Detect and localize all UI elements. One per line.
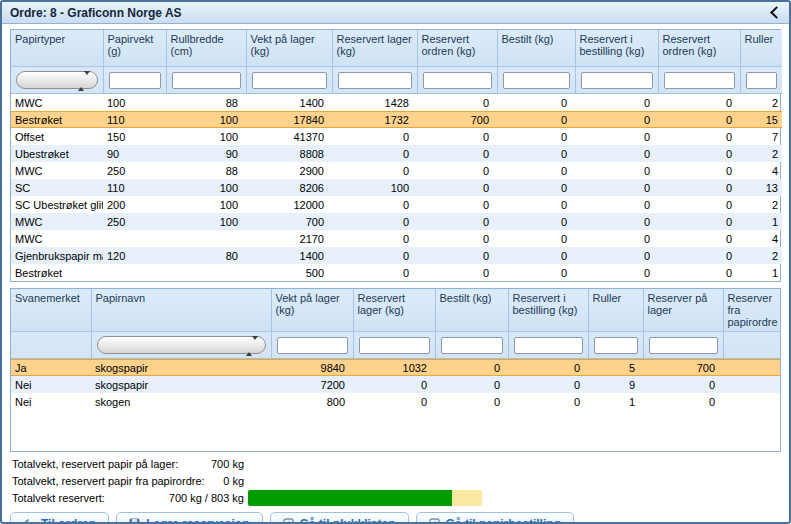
til-ordren-button[interactable]: Til ordren	[10, 512, 109, 524]
table-row[interactable]: Offset15010041370000007	[11, 128, 782, 145]
table-row[interactable]: Gjenbrukspapir matt120801400000002	[11, 247, 782, 264]
reservert-i-bestilling-filter-input[interactable]	[581, 72, 653, 89]
table-row[interactable]: Neiskogen80000010	[11, 393, 781, 410]
table-row[interactable]: Neiskogspapir720000090	[11, 376, 781, 393]
table-row[interactable]: Ubestrøket90908808000002	[11, 145, 782, 162]
summary-value: 700 kg / 803 kg	[169, 492, 244, 504]
column-header-ruller[interactable]: Ruller	[588, 289, 643, 332]
column-header-papirtyper[interactable]: Papirtyper	[11, 30, 103, 67]
summary-label: Totalvekt, reservert papir fra papirordr…	[12, 475, 205, 487]
column-header-reservert-i-bestilling[interactable]: Reservert i bestilling (kg)	[575, 30, 658, 67]
goto-page-icon	[429, 518, 440, 524]
reservert-i-bestilling-filter-input[interactable]	[514, 337, 583, 354]
header-row: Papirtyper Papirvekt (g) Rullbredde (cm)…	[11, 30, 782, 67]
column-header-papirvekt[interactable]: Papirvekt (g)	[103, 30, 166, 67]
goto-page-icon	[283, 518, 294, 524]
table-row[interactable]: MWC2170000004	[11, 230, 782, 247]
reservert-lager-filter-input[interactable]	[338, 72, 412, 89]
reservert-lager-filter-input[interactable]	[359, 337, 430, 354]
column-header-reservert-lager[interactable]: Reservert lager (kg)	[332, 30, 417, 67]
return-arrow-icon	[23, 518, 35, 524]
ga-til-papirbestilling-button[interactable]: Gå til papirbestilling	[416, 512, 574, 524]
ruller-filter-input[interactable]	[594, 337, 638, 354]
window-title: Ordre: 8 - Graficonn Norge AS	[10, 6, 182, 20]
column-header-reservert-ordren-1[interactable]: Reservert ordren (kg)	[417, 30, 497, 67]
paper-types-grid: Papirtyper Papirvekt (g) Rullbredde (cm)…	[10, 29, 781, 282]
papirvekt-filter-input[interactable]	[109, 72, 161, 89]
table-row[interactable]: SC Ubestrøket glittet m20010012000000002	[11, 196, 782, 213]
reservation-summary: Totalvekt, reservert papir på lager: 700…	[10, 456, 781, 506]
rullbredde-filter-input[interactable]	[172, 72, 241, 89]
column-header-rullbredde[interactable]: Rullbredde (cm)	[166, 30, 246, 67]
reserver-pa-lager-filter-input[interactable]	[649, 337, 718, 354]
summary-label: Totalvekt, reservert papir på lager:	[12, 458, 178, 470]
column-header-reserver-fra-papirordre[interactable]: Reserver fra papirordre	[723, 289, 781, 332]
reservert-ordren-filter-input-1[interactable]	[423, 72, 492, 89]
column-header-vekt-pa-lager[interactable]: Vekt på lager (kg)	[271, 289, 353, 332]
summary-value: 700 kg	[211, 458, 244, 470]
table-row-selected[interactable]: Bestrøket11010017840173270000015	[11, 111, 782, 128]
progress-track	[248, 490, 482, 506]
ruller-filter-input[interactable]	[746, 72, 778, 89]
column-header-bestilt[interactable]: Bestilt (kg)	[497, 30, 575, 67]
bestilt-filter-input[interactable]	[441, 337, 503, 354]
column-header-svanemerket[interactable]: Svanemerket	[11, 289, 91, 332]
vekt-pa-lager-filter-input[interactable]	[252, 72, 327, 89]
column-header-ruller[interactable]: Ruller	[740, 30, 782, 67]
papirnavn-filter-dropdown[interactable]	[97, 336, 266, 354]
column-header-vekt-pa-lager[interactable]: Vekt på lager (kg)	[246, 30, 332, 67]
vekt-pa-lager-filter-input[interactable]	[277, 337, 348, 354]
ga-til-plukklisten-button[interactable]: Gå til plukklisten	[270, 512, 409, 524]
table-row[interactable]: MWC250882900000004	[11, 162, 782, 179]
papirtyper-filter-dropdown[interactable]	[16, 71, 98, 89]
collapse-chevron-left-icon[interactable]	[770, 6, 783, 19]
save-disk-icon	[129, 518, 140, 524]
column-header-reservert-lager[interactable]: Reservert lager (kg)	[353, 289, 435, 332]
paper-stock-grid: Svanemerket Papirnavn Vekt på lager (kg)…	[10, 288, 781, 452]
summary-label: Totalvekt reservert:	[12, 492, 105, 504]
bestilt-filter-input[interactable]	[503, 72, 570, 89]
lagre-reservasjon-button[interactable]: Lagre reservasjon	[116, 512, 262, 524]
order-window: Ordre: 8 - Graficonn Norge AS Papirtyper…	[0, 0, 791, 524]
column-header-papirnavn[interactable]: Papirnavn	[91, 289, 271, 332]
column-header-bestilt[interactable]: Bestilt (kg)	[435, 289, 508, 332]
table-row[interactable]: SC1101008206100000013	[11, 179, 782, 196]
header-row: Svanemerket Papirnavn Vekt på lager (kg)…	[11, 289, 781, 332]
filter-row	[11, 67, 782, 94]
reservert-ordren-filter-input-2[interactable]	[664, 72, 735, 89]
table-row-selected[interactable]: Jaskogspapir98401032005700	[11, 359, 781, 377]
stepper-arrows-icon	[246, 340, 258, 352]
column-header-reserver-pa-lager[interactable]: Reserver på lager	[643, 289, 723, 332]
filter-row	[11, 332, 781, 359]
column-header-reservert-i-bestilling[interactable]: Reservert i bestilling (kg)	[508, 289, 588, 332]
action-buttons: Til ordren Lagre reservasjon Gå til pluk…	[10, 512, 781, 524]
progress-fill	[248, 490, 452, 506]
column-header-reservert-ordren-2[interactable]: Reservert ordren (kg)	[658, 30, 740, 67]
table-row[interactable]: MWC250100700000001	[11, 213, 782, 230]
summary-value: 0 kg	[223, 475, 244, 487]
content-area: Papirtyper Papirvekt (g) Rullbredde (cm)…	[2, 24, 789, 524]
stepper-arrows-icon	[78, 75, 90, 87]
table-row[interactable]: Bestrøket500000001	[11, 264, 782, 281]
title-bar: Ordre: 8 - Graficonn Norge AS	[2, 2, 789, 24]
table-row[interactable]: MWC100881400142800002	[11, 94, 782, 112]
svanemerket-filter-cell	[11, 332, 91, 359]
reserver-fra-papirordre-filter-cell	[723, 332, 781, 359]
